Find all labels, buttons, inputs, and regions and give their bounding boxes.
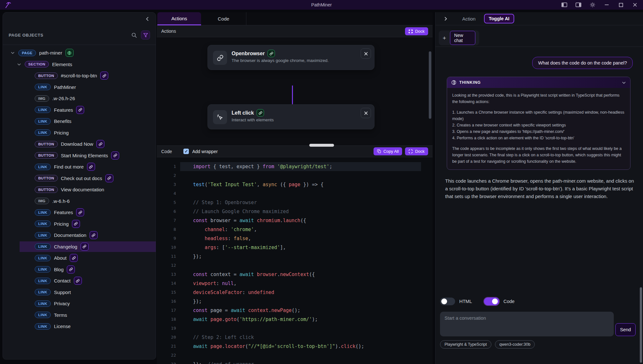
code-line-11: 11});	[157, 252, 433, 261]
code-line-8: 8 channel: 'chrome',	[157, 225, 433, 234]
code-line-15: 15deviceScaleFactor: undefined	[157, 288, 433, 297]
thinking-header[interactable]: THINKING	[447, 77, 630, 88]
code-line-17: 17const page = await context.newPage();	[157, 306, 433, 315]
search-icon[interactable]	[131, 32, 137, 38]
settings-gear-icon[interactable]	[589, 1, 596, 8]
node-type-badge: BUTTON	[35, 141, 58, 147]
thinking-icon	[451, 80, 456, 85]
code-line-23: 23}); //end of wrapper	[157, 360, 433, 364]
node-label: Check out out docs	[61, 176, 102, 181]
node-label: Contact	[54, 278, 71, 283]
tree-item-contact[interactable]: LINKContact	[3, 275, 156, 287]
link-icon[interactable]	[76, 106, 84, 114]
link-icon[interactable]	[100, 72, 108, 80]
link-icon[interactable]	[105, 174, 113, 182]
tree-item-w-6-h-6[interactable]: IMG.w-6.h-6	[3, 195, 156, 207]
tree-item-download-now[interactable]: BUTTONDownload Now	[3, 138, 156, 150]
toggle-left-panel-icon[interactable]	[561, 1, 568, 8]
tree-item-documentation[interactable]: LINKDocumentation	[3, 230, 156, 241]
add-wrapper-checkbox[interactable]: ✓	[183, 149, 189, 154]
line-number: 21	[157, 342, 176, 351]
tree-item-terms[interactable]: LINKTerms	[3, 309, 156, 321]
tree-item-support[interactable]: LINKSupport	[3, 287, 156, 298]
remove-action-button[interactable]	[361, 108, 371, 118]
tree-item-pathminer[interactable]: LINKPathMiner	[3, 82, 156, 93]
tab-action[interactable]: Action	[462, 16, 476, 22]
link-icon[interactable]	[70, 254, 78, 262]
toggle-right-panel-icon[interactable]	[575, 1, 582, 8]
actions-scrollbar[interactable]	[429, 51, 431, 119]
maximize-button[interactable]	[617, 1, 624, 8]
actions-dock-button[interactable]: Dock	[405, 27, 428, 35]
tree-item-privacy[interactable]: LINKPrivacy	[3, 298, 156, 309]
plus-icon[interactable]: +	[443, 35, 446, 41]
code-line-16: 16});	[157, 297, 433, 306]
tree-item-scroll-to-top-btn[interactable]: BUTTON#scroll-to-top-btn	[3, 70, 156, 82]
tab-code[interactable]: Code	[201, 12, 246, 25]
add-wrapper-label: Add wrapper	[192, 149, 217, 154]
action-subtitle: The browser is always google chrome, max…	[232, 58, 329, 63]
node-label: Pricing	[54, 221, 69, 227]
link-icon[interactable]	[90, 231, 98, 239]
link-icon[interactable]	[111, 152, 119, 160]
user-message-bubble: What does the code do on the code panel?	[532, 57, 633, 69]
tab-actions[interactable]: Actions	[157, 12, 201, 25]
panel-scrollbar[interactable]	[640, 287, 642, 363]
chevron-down-icon[interactable]	[11, 51, 15, 55]
chevron-down-icon[interactable]	[622, 81, 626, 85]
tree-item-start-mining-elements[interactable]: BUTTONStart Mining Elements	[3, 150, 156, 161]
link-icon[interactable]	[96, 140, 104, 148]
collapse-panel-icon[interactable]	[443, 16, 448, 21]
tree-item-path-miner[interactable]: PAGEpath-miner	[3, 47, 156, 59]
chat-input[interactable]	[440, 312, 614, 336]
node-label: Benefits	[54, 118, 71, 124]
html-toggle[interactable]	[440, 298, 455, 305]
tree-item-features[interactable]: LINKFeatures	[3, 207, 156, 218]
tree-item-blog[interactable]: LINKBlog	[3, 264, 156, 275]
tree-item-benefits[interactable]: LINKBenefits	[3, 116, 156, 127]
tree-item-license[interactable]: LINKLicense	[3, 321, 156, 332]
output-mode-toggles: HTML Code	[440, 298, 515, 305]
link-icon[interactable]	[76, 208, 84, 216]
horizontal-scroll-handle[interactable]	[309, 144, 334, 147]
tree-item-find-out-more[interactable]: LINKFind out more	[3, 161, 156, 173]
tree-item-pricing[interactable]: LINKPricing	[3, 218, 156, 230]
tree-item-view-documentation[interactable]: BUTTONView documentation	[3, 184, 156, 195]
new-chat-button[interactable]: New chat	[450, 31, 475, 45]
code-dock-button[interactable]: Dock	[405, 147, 428, 155]
link-icon[interactable]	[67, 265, 75, 273]
code-lines: 1import { test, expect } from '@playwrig…	[157, 162, 433, 364]
ai-panel-header: Action Toggle AI	[436, 12, 643, 25]
tree-item-changelog[interactable]: LINKChangelog	[3, 241, 156, 253]
tree-item-elements[interactable]: SECTIONElements	[3, 59, 156, 70]
action-card-openbrowser[interactable]: Openbrowser The browser is always google…	[207, 45, 374, 70]
filter-button[interactable]	[141, 30, 150, 39]
code-toggle[interactable]	[484, 298, 499, 305]
link-icon[interactable]	[81, 243, 89, 251]
copy-all-button[interactable]: Copy All	[374, 147, 402, 155]
collapse-sidebar-icon[interactable]	[145, 16, 150, 22]
link-icon[interactable]	[74, 277, 82, 285]
tree-item-about[interactable]: LINKAbout	[3, 252, 156, 264]
line-number: 22	[157, 351, 176, 360]
send-button[interactable]: Send	[615, 323, 636, 336]
tree-item-features[interactable]: LINKFeatures	[3, 104, 156, 116]
node-type-badge: LINK	[35, 221, 51, 227]
code-editor[interactable]: 1import { test, expect } from '@playwrig…	[157, 157, 433, 364]
action-card-left-click[interactable]: Left click Interact with elements	[207, 104, 374, 129]
toggle-ai-button[interactable]: Toggle AI	[484, 14, 514, 23]
link-icon[interactable]	[87, 163, 95, 171]
link-icon[interactable]	[72, 220, 80, 228]
tabstrip: Actions Code	[157, 12, 433, 25]
node-label: Download Now	[61, 141, 93, 147]
tree-item-pricing[interactable]: LINKPricing	[3, 127, 156, 139]
html-toggle-label: HTML	[459, 299, 472, 304]
context-badges: Playwright & TypeScriptqwen3-coder:30b	[440, 340, 535, 349]
tree-item-w-26-h-26[interactable]: IMG.w-26.h-26	[3, 93, 156, 104]
minimize-button[interactable]	[603, 1, 610, 8]
remove-action-button[interactable]	[361, 48, 371, 59]
chevron-down-icon[interactable]	[17, 62, 22, 66]
node-type-badge: BUTTON	[35, 152, 58, 159]
close-button[interactable]	[631, 1, 639, 8]
tree-item-check-out-out-docs[interactable]: BUTTONCheck out out docs	[3, 173, 156, 184]
